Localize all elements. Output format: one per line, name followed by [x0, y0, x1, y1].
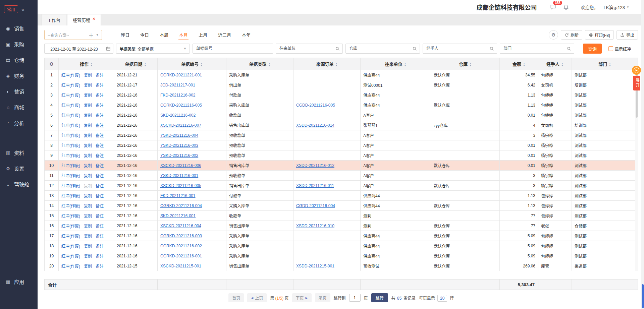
bell-icon[interactable] — [562, 3, 570, 11]
doc-no-link[interactable]: XSCKD-20211216-005 — [160, 183, 201, 188]
source-order-link[interactable]: XSDD-20211215-001 — [296, 264, 334, 268]
query-plan-select[interactable]: --查询方案-- ＋ ▼ — [44, 30, 102, 40]
copy-link[interactable]: 复制 — [84, 153, 92, 158]
copy-link[interactable]: 复制 — [84, 194, 92, 198]
quick-range-5[interactable]: 近三月 — [217, 29, 232, 40]
col-header-5[interactable]: 往来单位▲▼ — [361, 58, 431, 70]
redflush-link[interactable]: 红冲(作废) — [61, 204, 80, 208]
copy-link[interactable]: 复制 — [84, 174, 92, 178]
quick-range-1[interactable]: 今日 — [140, 29, 150, 40]
source-order-link[interactable]: XSDD-20211216-010 — [296, 224, 334, 228]
source-order-link[interactable]: XSDD-20211216-011 — [296, 183, 334, 188]
note-link[interactable]: 备注 — [96, 224, 104, 229]
doc-no-link[interactable]: SKD-20211216-002 — [160, 113, 196, 118]
first-page-button[interactable]: 首页 — [228, 293, 244, 302]
quick-range-4[interactable]: 上月 — [198, 29, 208, 40]
copy-link[interactable]: 复制 — [84, 113, 92, 118]
doc-type-select[interactable]: 单据类型 全部单据 ▼ — [116, 44, 190, 54]
sidebar-item-settings[interactable]: ⚙设置 — [0, 161, 38, 176]
copy-link[interactable]: 复制 — [84, 244, 92, 249]
quick-range-3[interactable]: 本月 — [178, 29, 189, 40]
redflush-link[interactable]: 红冲(作废) — [61, 103, 80, 108]
sidebar-item-warehouse[interactable]: ▤仓储 — [0, 52, 38, 68]
handler-input[interactable] — [426, 46, 488, 51]
sidebar-item-purchase[interactable]: ▣采购 — [0, 36, 38, 52]
doc-no-link[interactable]: FKD-20211216-002 — [160, 93, 196, 98]
warehouse-input[interactable] — [348, 46, 411, 51]
note-link[interactable]: 备注 — [96, 93, 104, 98]
note-link[interactable]: 备注 — [96, 83, 104, 88]
sidebar-item-cockpit[interactable]: ◒驾驶舱 — [0, 176, 38, 192]
sidebar-item-data[interactable]: ▥资料 — [0, 145, 38, 161]
copy-link[interactable]: 复制 — [84, 83, 92, 88]
copy-link[interactable]: 复制 — [84, 254, 92, 259]
sort-icon[interactable]: ▲▼ — [335, 63, 338, 67]
add-plan-icon[interactable]: ＋ — [86, 32, 96, 39]
doc-no-link[interactable]: CGRKD-20211216-005 — [160, 103, 202, 108]
col-header-7[interactable]: 金额▲▼ — [500, 58, 538, 70]
sort-icon[interactable]: ▲▼ — [268, 63, 271, 67]
copy-link[interactable]: 复制 — [84, 73, 92, 78]
sort-icon[interactable]: ▲▼ — [144, 63, 147, 67]
page-scrollbar-thumb[interactable] — [642, 284, 644, 308]
user-menu[interactable]: LK演示123 ▼ — [603, 4, 629, 10]
redflush-link[interactable]: 红冲(作废) — [61, 264, 80, 269]
department-input[interactable] — [503, 46, 565, 51]
jump-page-input[interactable] — [349, 294, 361, 302]
source-order-link[interactable]: CGDD-20211216-005 — [296, 103, 335, 108]
doc-no-link[interactable]: CGRKD-20211221-001 — [160, 73, 202, 77]
sort-icon[interactable]: ▲▼ — [469, 63, 472, 67]
doc-no-link[interactable]: YSKD-20211216-002 — [160, 153, 198, 158]
copy-link[interactable]: 复制 — [84, 164, 92, 168]
copy-link[interactable]: 复制 — [84, 224, 92, 229]
redflush-link[interactable]: 红冲(作废) — [61, 113, 80, 118]
note-link[interactable]: 备注 — [96, 254, 104, 259]
sidebar-item-sales[interactable]: ◉销售 — [0, 20, 38, 36]
redflush-link[interactable]: 红冲(作废) — [61, 184, 80, 188]
copy-link[interactable]: 复制 — [84, 214, 92, 219]
quick-range-6[interactable]: 本年 — [241, 29, 251, 40]
note-link[interactable]: 备注 — [96, 184, 104, 188]
quick-range-2[interactable]: 本周 — [159, 29, 169, 40]
doc-no-link[interactable]: XSCKD-20211216-006 — [160, 163, 201, 168]
note-link[interactable]: 备注 — [96, 264, 104, 269]
doc-no-link[interactable]: YSKD-20211216-001 — [160, 173, 198, 178]
sidebar-item-apps[interactable]: ▦ 应用 — [0, 274, 38, 290]
tab-business-history[interactable]: 经营历程 × — [67, 14, 101, 25]
sort-icon[interactable]: ▲▼ — [609, 63, 611, 67]
next-page-button[interactable]: 下页 ▶ — [292, 293, 312, 302]
note-link[interactable]: 备注 — [96, 174, 104, 178]
note-link[interactable]: 备注 — [96, 143, 104, 148]
settings-gear-button[interactable]: ⚙ — [549, 30, 558, 40]
note-link[interactable]: 备注 — [96, 133, 104, 138]
copy-link[interactable]: 复制 — [84, 93, 92, 98]
doc-no-link[interactable]: CGRKD-20211216-003 — [160, 234, 202, 238]
source-order-link[interactable]: CGDD-20211216-004 — [296, 203, 335, 208]
sidebar-item-marketing[interactable]: ◐营销 — [0, 83, 38, 99]
sort-icon[interactable]: ▲▼ — [523, 63, 525, 67]
show-reversed-checkbox[interactable]: 显示红冲 — [608, 46, 631, 52]
redflush-link[interactable]: 红冲(作废) — [61, 224, 80, 229]
source-order-link[interactable]: XSDD-20211216-012 — [296, 163, 334, 168]
col-header-3[interactable]: 单据类型▲▼ — [226, 58, 293, 70]
doc-no-link[interactable]: XSCKD-20211216-004 — [160, 224, 201, 228]
redflush-link[interactable]: 红冲(作废) — [61, 214, 80, 219]
sort-icon[interactable]: ▲▼ — [404, 63, 407, 67]
source-order-link[interactable]: XSDD-20211216-014 — [296, 123, 334, 128]
redflush-link[interactable]: 红冲(作废) — [61, 123, 80, 128]
pinned-menu-badge[interactable]: 常用 — [4, 5, 18, 13]
col-header-9[interactable]: 部门▲▼ — [572, 58, 638, 70]
search-button[interactable]: 查询 — [583, 44, 602, 54]
doc-no-link[interactable]: SKD-20211216-001 — [160, 213, 196, 218]
refresh-button[interactable]: 刷新 — [561, 30, 582, 40]
doc-no-link[interactable]: CGRKD-20211216-001 — [160, 254, 202, 258]
redflush-link[interactable]: 红冲(作废) — [61, 93, 80, 98]
last-page-button[interactable]: 尾页 — [315, 293, 330, 302]
doc-no-link[interactable]: FKD-20211216-001 — [160, 193, 196, 198]
col-header-4[interactable]: 来源订单▲▼ — [293, 58, 361, 70]
doc-no-link[interactable]: YSKD-20211216-004 — [160, 133, 198, 138]
print-button[interactable]: 打印(F8) — [585, 30, 614, 40]
note-link[interactable]: 备注 — [96, 204, 104, 208]
sidebar-collapse-icon[interactable]: « — [21, 6, 23, 12]
redflush-link[interactable]: 红冲(作废) — [61, 73, 80, 78]
